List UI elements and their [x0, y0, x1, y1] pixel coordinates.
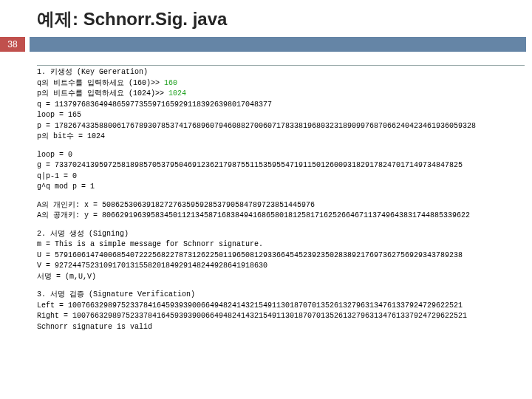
page-number-bar: 38 — [0, 37, 532, 52]
sig-line: 서명 = (m,U,V) — [37, 272, 525, 283]
accent-bar — [30, 37, 526, 52]
section2-header: 2. 서명 생성 (Signing) — [37, 229, 525, 240]
u-line: U = 579160614740068540722256822787312622… — [37, 250, 525, 262]
v-line: V = 927244752310917013155820184929148244… — [37, 261, 525, 272]
left-line: Left = 100766329897523378416459393900664… — [37, 301, 525, 312]
q-prompt: q의 비트수를 입력하세요 (160)>> — [37, 79, 164, 87]
title-row: 예제: Schnorr.Sig. java — [0, 0, 532, 37]
loop2-line: loop = 0 — [37, 150, 525, 161]
section3-header: 3. 서명 검증 (Signature Verification) — [37, 290, 525, 301]
right-line: Right = 10076632989752337841645939390066… — [37, 311, 525, 322]
valid-line: Schnorr signature is valid — [37, 322, 525, 333]
q-input: 160 — [164, 79, 177, 87]
section1-header: 1. 키생성 (Key Gereration) — [37, 67, 525, 78]
p-input: 1024 — [168, 89, 186, 98]
p-value-line: p = 178267433588006176789307853741768960… — [37, 121, 525, 132]
q-prompt-line: q의 비트수를 입력하세요 (160)>> 160 — [37, 78, 525, 89]
x-line: A의 개인키: x = 5086253063918272763595928537… — [37, 200, 525, 211]
gqmod-line: g^q mod p = 1 — [37, 182, 525, 193]
q-value-line: q = 113797683649486597735597165929118392… — [37, 100, 525, 111]
y-line: A의 공개키: y = 8066291963958345011213458716… — [37, 211, 525, 222]
divider — [37, 65, 525, 66]
loop1-line: loop = 165 — [37, 110, 525, 121]
q-div-line: q|p-1 = 0 — [37, 171, 525, 183]
p-prompt-line: p의 비트수를 입력하세요 (1024)>> 1024 — [37, 89, 525, 100]
p-prompt: p의 비트수를 입력하세요 (1024)>> — [37, 89, 168, 98]
console-output: 1. 키생성 (Key Gereration) q의 비트수를 입력하세요 (1… — [0, 52, 532, 332]
g-value-line: g = 733702413959725818985705379504691236… — [37, 160, 525, 171]
p-bit-line: p의 bit수 = 1024 — [37, 132, 525, 143]
page-number: 38 — [0, 37, 25, 52]
m-line: m = This is a simple message for Schnorr… — [37, 239, 525, 250]
page-title: 예제: Schnorr.Sig. java — [37, 9, 227, 29]
